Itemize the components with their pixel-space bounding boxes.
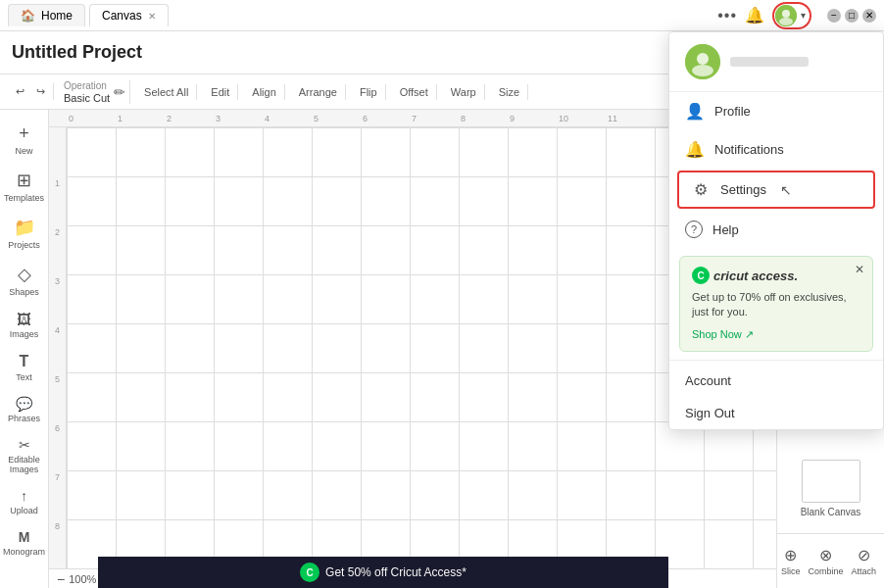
- sidebar-item-text-label: Text: [16, 372, 32, 382]
- sidebar-item-new[interactable]: + New: [3, 118, 46, 162]
- dropdown-notifications-item[interactable]: 🔔 Notifications: [669, 130, 883, 169]
- cricut-access-bar[interactable]: C Get 50% off Cricut Access*: [98, 557, 668, 588]
- select-all-group: Select All: [136, 84, 197, 100]
- sidebar-item-phrases-label: Phrases: [8, 414, 40, 423]
- sidebar-item-monogram[interactable]: M Monogram: [3, 523, 46, 563]
- flip-button[interactable]: Flip: [356, 84, 381, 100]
- templates-icon: ⊞: [17, 170, 31, 191]
- account-label: Account: [685, 373, 731, 388]
- profile-icon: 👤: [685, 102, 705, 121]
- canvas-tab[interactable]: Canvas ✕: [89, 4, 169, 26]
- align-group: Align: [244, 84, 284, 100]
- warp-group: Warp: [443, 84, 485, 100]
- home-tab[interactable]: 🏠 Home: [8, 4, 85, 26]
- home-icon: 🏠: [21, 9, 35, 23]
- user-avatar-button[interactable]: ▾: [772, 2, 811, 29]
- size-group: Size: [491, 84, 528, 100]
- projects-icon: 📁: [14, 217, 35, 238]
- dropdown-profile-item[interactable]: 👤 Profile: [669, 92, 883, 130]
- sidebar-item-upload-label: Upload: [10, 506, 38, 515]
- sidebar-item-upload[interactable]: ↑ Upload: [3, 482, 46, 521]
- size-button[interactable]: Size: [495, 84, 523, 100]
- user-dropdown: 👤 Profile 🔔 Notifications ⚙ Settings ↖ ?…: [668, 31, 884, 430]
- canvas-tab-label: Canvas: [102, 9, 142, 23]
- cricut-bar-icon: C: [300, 563, 319, 582]
- ruler-tick-2: 2: [165, 114, 214, 123]
- canvas-area: 0 1 2 3 4 5 6 7 8 9 10 11 1 2 3 4 5 6 7: [49, 110, 776, 588]
- home-tab-label: Home: [41, 9, 73, 23]
- phrases-icon: 💬: [16, 396, 32, 412]
- sidebar-item-templates-label: Templates: [4, 193, 44, 203]
- edit-button[interactable]: Edit: [207, 84, 233, 100]
- sidebar-item-shapes-label: Shapes: [9, 287, 39, 297]
- title-bar-actions: ••• 🔔 ▾ − □ ✕: [717, 2, 876, 29]
- combine-icon: ⊗: [819, 546, 832, 564]
- sidebar-item-images-label: Images: [10, 329, 39, 339]
- dropdown-account-item[interactable]: Account: [669, 365, 883, 397]
- sidebar-item-phrases[interactable]: 💬 Phrases: [3, 390, 46, 429]
- ruler-tick-0: 0: [67, 114, 116, 123]
- shop-now-link[interactable]: Shop Now ↗: [692, 328, 754, 340]
- cursor-indicator: ↖: [780, 182, 792, 198]
- operation-group: Operation Basic Cut ✏: [60, 80, 130, 104]
- sidebar-item-templates[interactable]: ⊞ Templates: [3, 164, 46, 209]
- dropdown-username: [730, 57, 809, 67]
- ruler-tick-1: 1: [116, 114, 165, 123]
- zoom-level: 100%: [69, 573, 96, 585]
- svg-point-4: [697, 53, 709, 65]
- sidebar-item-editable-images[interactable]: ✂ Editable Images: [3, 431, 46, 480]
- vertical-ruler: 1 2 3 4 5 6 7 8: [49, 127, 67, 588]
- notifications-label: Notifications: [714, 142, 784, 157]
- attach-icon: ⊘: [858, 546, 870, 564]
- dot-menu[interactable]: •••: [717, 7, 737, 24]
- cricut-card-close-button[interactable]: ✕: [855, 263, 864, 276]
- chevron-down-icon: ▾: [801, 10, 806, 21]
- upload-icon: ↑: [21, 488, 27, 504]
- close-button[interactable]: ✕: [862, 9, 876, 23]
- sidebar-item-images[interactable]: 🖼 Images: [3, 305, 46, 345]
- title-bar: 🏠 Home Canvas ✕ ••• 🔔 ▾ − □ ✕: [0, 0, 884, 31]
- sidebar-item-shapes[interactable]: ◇ Shapes: [3, 258, 46, 303]
- flatten-action[interactable]: ▽ Flatten: [880, 542, 884, 580]
- signout-label: Sign Out: [685, 406, 735, 420]
- ruler-tick-6: 6: [361, 114, 410, 123]
- help-label: Help: [712, 222, 739, 237]
- warp-button[interactable]: Warp: [447, 84, 480, 100]
- redo-button[interactable]: ↪: [32, 83, 49, 100]
- attach-action[interactable]: ⊘ Attach: [848, 542, 881, 580]
- bell-icon[interactable]: 🔔: [745, 6, 764, 24]
- right-panel-bottom: ⊕ Slice ⊗ Combine ⊘ Attach ▽ Flatten ◎: [777, 533, 884, 588]
- text-icon: T: [20, 353, 29, 370]
- slice-action[interactable]: ⊕ Slice: [777, 542, 805, 580]
- dropdown-avatar: [685, 44, 720, 79]
- align-button[interactable]: Align: [248, 84, 279, 100]
- operation-value[interactable]: Basic Cut: [64, 92, 110, 104]
- ruler-tick-11: 11: [606, 114, 655, 123]
- dropdown-settings-item[interactable]: ⚙ Settings ↖: [677, 171, 875, 209]
- sidebar-item-projects[interactable]: 📁 Projects: [3, 211, 46, 256]
- offset-button[interactable]: Offset: [396, 84, 432, 100]
- undo-button[interactable]: ↩: [12, 83, 28, 100]
- cricut-logo-text: cricut access.: [713, 269, 798, 283]
- canvas-tab-close[interactable]: ✕: [148, 11, 156, 22]
- minimize-button[interactable]: −: [827, 9, 841, 23]
- combine-label: Combine: [809, 566, 844, 576]
- ruler-tick-7: 7: [410, 114, 459, 123]
- dropdown-user-section: [669, 32, 883, 92]
- arrange-group: Arrange: [291, 84, 346, 100]
- profile-label: Profile: [714, 104, 751, 119]
- select-all-button[interactable]: Select All: [140, 84, 192, 100]
- ruler-tick-8: 8: [459, 114, 508, 123]
- sidebar-item-projects-label: Projects: [8, 240, 40, 250]
- arrange-button[interactable]: Arrange: [295, 84, 341, 100]
- images-icon: 🖼: [17, 311, 31, 327]
- zoom-minus-button[interactable]: −: [57, 571, 65, 587]
- dropdown-help-item[interactable]: ? Help: [669, 211, 883, 248]
- combine-action[interactable]: ⊗ Combine: [805, 542, 848, 580]
- cricut-logo-icon: C: [692, 267, 710, 284]
- blank-canvas-preview: [802, 460, 860, 503]
- dropdown-signout-item[interactable]: Sign Out: [669, 397, 883, 429]
- blank-canvas-label: Blank Canvas: [801, 507, 861, 517]
- maximize-button[interactable]: □: [845, 9, 859, 23]
- sidebar-item-text[interactable]: T Text: [3, 347, 46, 388]
